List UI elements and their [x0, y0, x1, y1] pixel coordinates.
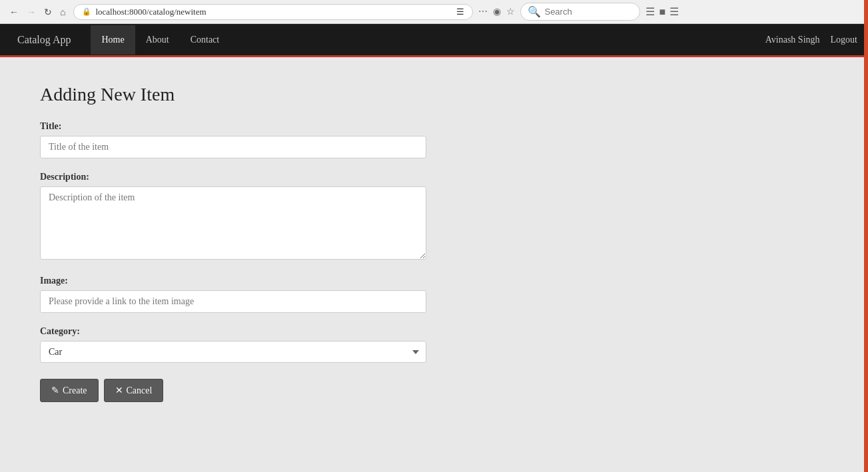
- pocket-icon[interactable]: ◉: [493, 6, 501, 17]
- home-button[interactable]: ⌂: [57, 5, 68, 19]
- navbar-brand: Catalog App: [11, 34, 77, 46]
- search-input[interactable]: [544, 7, 633, 17]
- navbar: Catalog App Home About Contact Avinash S…: [0, 24, 868, 57]
- category-select[interactable]: Car Truck Motorcycle Bicycle: [40, 341, 426, 363]
- address-bar[interactable]: 🔒 localhost:8000/catalog/newitem ☰: [73, 4, 473, 20]
- title-label: Title:: [40, 121, 828, 132]
- scrollbar[interactable]: [864, 0, 868, 472]
- description-input[interactable]: [40, 186, 426, 260]
- page-title: Adding New Item: [40, 84, 828, 105]
- browser-toolbar-icons: ⋯ ◉ ☆: [478, 6, 515, 17]
- nav-link-home[interactable]: Home: [91, 25, 135, 55]
- bookmark-icon[interactable]: ☆: [506, 6, 515, 17]
- browser-menu-icons: ☰ ■ ☰: [646, 5, 679, 18]
- menu-icon[interactable]: ☰: [669, 5, 679, 18]
- logout-button[interactable]: Logout: [831, 35, 857, 45]
- address-bar-url: localhost:8000/catalog/newitem: [95, 7, 452, 17]
- form-actions: ✎ Create ✕ Cancel: [40, 379, 828, 402]
- description-group: Description:: [40, 172, 828, 262]
- image-input[interactable]: [40, 290, 426, 313]
- back-button[interactable]: ←: [7, 5, 21, 19]
- cancel-label: Cancel: [127, 385, 153, 396]
- nav-link-about[interactable]: About: [135, 25, 180, 55]
- more-options-icon[interactable]: ⋯: [478, 6, 488, 17]
- title-group: Title:: [40, 121, 828, 158]
- create-button[interactable]: ✎ Create: [40, 379, 99, 402]
- reader-mode-icon: ☰: [456, 7, 464, 17]
- search-icon: 🔍: [528, 5, 541, 18]
- browser-nav-buttons: ← → ↻ ⌂: [7, 5, 68, 19]
- nav-link-contact[interactable]: Contact: [180, 25, 230, 55]
- category-group: Category: Car Truck Motorcycle Bicycle: [40, 326, 828, 363]
- title-input[interactable]: [40, 136, 426, 158]
- main-content: Adding New Item Title: Description: Imag…: [0, 57, 868, 472]
- close-icon: ✕: [115, 385, 123, 396]
- browser-chrome: ← → ↻ ⌂ 🔒 localhost:8000/catalog/newitem…: [0, 0, 868, 24]
- category-label: Category:: [40, 326, 828, 337]
- image-group: Image:: [40, 276, 828, 313]
- navbar-right: Avinash Singh Logout: [765, 35, 857, 45]
- description-label: Description:: [40, 172, 828, 182]
- image-label: Image:: [40, 276, 828, 286]
- sidebar-icon[interactable]: ■: [659, 6, 665, 18]
- navbar-links: Home About Contact: [91, 25, 765, 55]
- pencil-icon: ✎: [51, 385, 59, 396]
- library-icon[interactable]: ☰: [646, 5, 655, 18]
- address-bar-icon: 🔒: [82, 7, 91, 16]
- new-item-form: Title: Description: Image: Category: Car…: [40, 121, 828, 402]
- reload-button[interactable]: ↻: [41, 5, 55, 19]
- forward-button[interactable]: →: [24, 5, 39, 19]
- cancel-button[interactable]: ✕ Cancel: [104, 379, 164, 402]
- navbar-user: Avinash Singh: [765, 35, 820, 45]
- search-bar[interactable]: 🔍: [520, 3, 640, 21]
- create-label: Create: [63, 385, 87, 396]
